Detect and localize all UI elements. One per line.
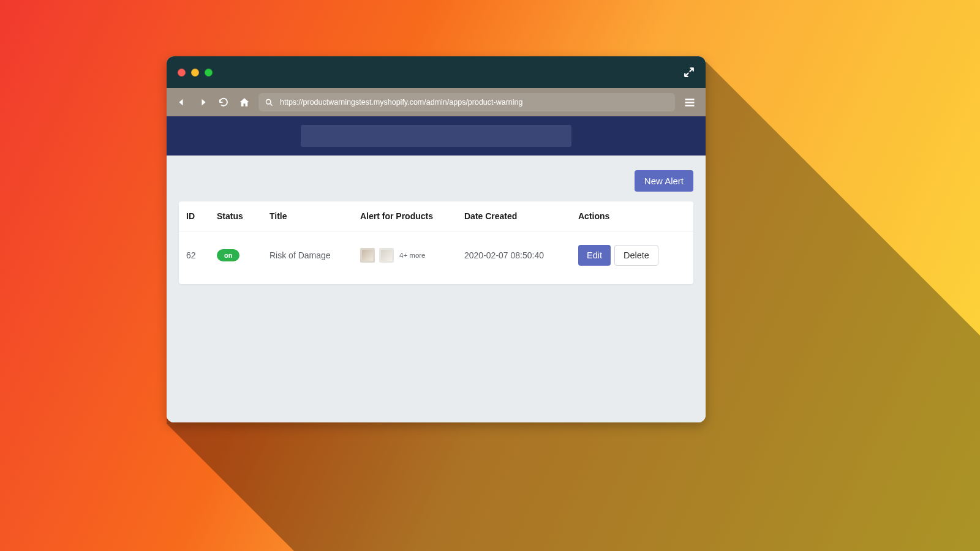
- delete-button[interactable]: Delete: [614, 245, 658, 266]
- col-id: ID: [186, 211, 217, 221]
- menu-icon[interactable]: [682, 95, 697, 110]
- col-date: Date Created: [464, 211, 578, 221]
- cell-date: 2020-02-07 08:50:40: [464, 250, 578, 260]
- close-icon[interactable]: [178, 69, 186, 77]
- browser-window: https://productwarningstest.myshopify.co…: [167, 56, 706, 422]
- svg-point-2: [266, 99, 271, 104]
- edit-button[interactable]: Edit: [578, 245, 611, 266]
- alerts-table: ID Status Title Alert for Products Date …: [179, 201, 693, 284]
- cell-title: Risk of Damage: [270, 250, 360, 260]
- svg-rect-4: [685, 102, 695, 103]
- back-icon[interactable]: [175, 96, 189, 109]
- main-content: New Alert ID Status Title Alert for Prod…: [167, 156, 706, 422]
- cell-status: on: [217, 249, 270, 261]
- col-title: Title: [270, 211, 360, 221]
- reload-icon[interactable]: [217, 96, 230, 109]
- app-header: [167, 116, 706, 156]
- svg-rect-5: [685, 105, 695, 107]
- col-products: Alert for Products: [360, 211, 464, 221]
- forward-icon[interactable]: [196, 96, 209, 109]
- url-text: https://productwarningstest.myshopify.co…: [280, 98, 522, 107]
- search-icon: [265, 98, 274, 107]
- product-thumb-icon[interactable]: [379, 248, 394, 263]
- address-bar[interactable]: https://productwarningstest.myshopify.co…: [258, 93, 675, 111]
- window-controls: [178, 69, 213, 77]
- cell-id: 62: [186, 250, 217, 260]
- browser-toolbar: https://productwarningstest.myshopify.co…: [167, 88, 706, 116]
- col-status: Status: [217, 211, 270, 221]
- cell-actions: Edit Delete: [578, 245, 686, 266]
- svg-rect-3: [685, 99, 695, 100]
- cell-products: 4+ more: [360, 248, 464, 263]
- status-badge[interactable]: on: [217, 249, 239, 261]
- home-icon[interactable]: [238, 96, 251, 109]
- new-alert-button[interactable]: New Alert: [635, 170, 693, 192]
- window-titlebar: [167, 56, 706, 88]
- product-thumb-icon[interactable]: [360, 248, 375, 263]
- table-row: 62 on Risk of Damage 4+ more 2020-02-07 …: [179, 231, 693, 284]
- more-products-link[interactable]: 4+ more: [399, 252, 426, 259]
- maximize-icon[interactable]: [205, 69, 213, 77]
- app-search-input[interactable]: [301, 125, 571, 147]
- table-header: ID Status Title Alert for Products Date …: [179, 201, 693, 231]
- fullscreen-icon[interactable]: [684, 67, 695, 78]
- minimize-icon[interactable]: [191, 69, 199, 77]
- col-actions: Actions: [578, 211, 686, 221]
